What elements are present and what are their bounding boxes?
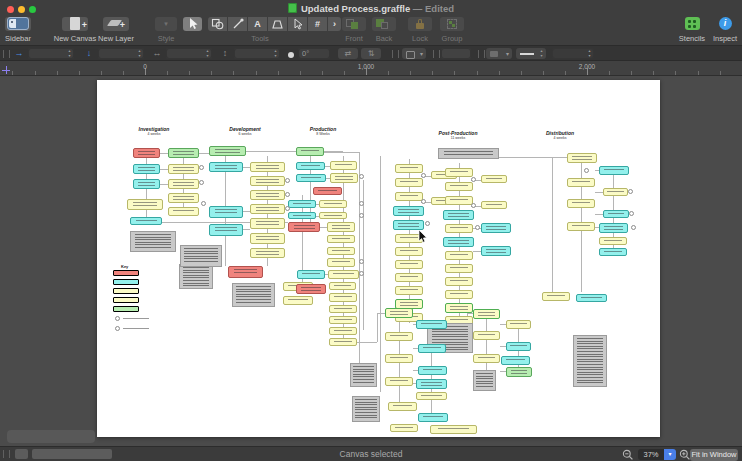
text-tool-button[interactable]: A	[248, 17, 267, 31]
diagram-node[interactable]	[296, 162, 325, 170]
diagram-node[interactable]	[443, 210, 474, 220]
diagram-node[interactable]	[168, 148, 199, 158]
shape-tool-button[interactable]	[208, 17, 227, 31]
diagram-node[interactable]	[473, 309, 500, 319]
diagram-node[interactable]	[250, 190, 285, 200]
diagram-node[interactable]	[395, 192, 423, 201]
diagram-node[interactable]	[329, 327, 357, 335]
zoom-level-field[interactable]: 37%	[638, 449, 664, 460]
diagram-node[interactable]	[443, 237, 474, 247]
format-bar-grip-4[interactable]	[478, 50, 485, 58]
line-tool-button[interactable]	[228, 17, 247, 31]
stencils-button[interactable]	[678, 17, 706, 31]
diagram-node[interactable]	[416, 379, 447, 389]
page[interactable]: Investigation4 weeksDevelopment6 weeksPr…	[97, 80, 660, 437]
bring-to-front-button[interactable]	[342, 17, 366, 31]
group-button[interactable]	[440, 17, 464, 31]
diagram-node[interactable]	[395, 247, 423, 256]
y-position-field[interactable]: ▴▾	[98, 48, 144, 59]
sidebar-toggle-button[interactable]	[5, 17, 31, 31]
diagram-node[interactable]	[133, 164, 160, 174]
diagram-node[interactable]	[445, 264, 473, 273]
diagram-node[interactable]	[418, 344, 446, 353]
diagram-node[interactable]	[329, 282, 356, 290]
note-box[interactable]	[573, 335, 607, 387]
diagram-node[interactable]	[313, 187, 342, 195]
note-box[interactable]	[180, 245, 222, 267]
format-bar-grip-2[interactable]	[392, 50, 399, 58]
diagram-node[interactable]	[506, 342, 531, 351]
diagram-node[interactable]	[445, 290, 473, 299]
note-box[interactable]	[232, 283, 275, 307]
diagram-node[interactable]	[395, 260, 423, 269]
diagram-node[interactable]	[395, 286, 423, 295]
diagram-node[interactable]	[130, 217, 162, 225]
x-position-field[interactable]: ▴▾	[28, 48, 74, 59]
shape-style-dropdown[interactable]: ▾	[402, 48, 426, 59]
diagram-node[interactable]	[385, 354, 413, 363]
send-to-back-button[interactable]	[372, 17, 396, 31]
diagram-node[interactable]	[599, 237, 627, 245]
zoom-dropdown-button[interactable]: ▾	[664, 449, 676, 460]
format-bar-grip-3[interactable]	[433, 50, 440, 58]
diagram-node[interactable]	[329, 316, 357, 324]
diagram-node[interactable]	[168, 179, 199, 189]
fill-color-dropdown[interactable]: ▾	[486, 48, 512, 59]
selection-tool-button[interactable]	[183, 17, 202, 31]
note-box[interactable]	[350, 363, 377, 387]
diagram-node[interactable]	[481, 246, 511, 256]
diagram-node[interactable]	[390, 424, 418, 432]
new-canvas-button[interactable]: +	[62, 17, 88, 31]
diagram-node[interactable]	[327, 247, 355, 255]
horizontal-scrollbar-thumb[interactable]	[7, 430, 95, 443]
diagram-node[interactable]	[542, 292, 570, 301]
height-field[interactable]: ▴▾	[234, 48, 280, 59]
diagram-node[interactable]	[567, 178, 595, 187]
diagram-node[interactable]	[385, 377, 413, 386]
diagram-node[interactable]	[445, 196, 473, 205]
note-box[interactable]	[438, 148, 499, 159]
flip-vertical-button[interactable]: ⇅	[361, 48, 381, 59]
diagram-node[interactable]	[168, 193, 199, 203]
diagram-node[interactable]	[599, 223, 628, 233]
flip-horizontal-button[interactable]: ⇄	[338, 48, 358, 59]
diagram-node[interactable]	[395, 178, 423, 187]
diagram-node[interactable]	[481, 201, 507, 209]
diagram-node[interactable]	[250, 248, 285, 258]
diagram-node[interactable]	[388, 402, 417, 411]
diagram-node[interactable]	[209, 206, 243, 218]
diagram-node[interactable]	[329, 338, 357, 346]
artboard-tool-button[interactable]	[268, 17, 287, 31]
diagram-node[interactable]	[393, 220, 424, 230]
diagram-node[interactable]	[330, 161, 357, 170]
diagram-node[interactable]	[385, 332, 413, 341]
diagram-node[interactable]	[168, 207, 199, 216]
diagram-node[interactable]	[283, 296, 313, 305]
diagram-node[interactable]	[473, 331, 500, 340]
diagram-node[interactable]	[395, 273, 423, 282]
diagram-node[interactable]	[481, 175, 507, 183]
point-editor-tool-button[interactable]	[288, 17, 307, 31]
diagram-node[interactable]	[133, 148, 160, 158]
diagram-node[interactable]	[385, 308, 413, 318]
diagram-node[interactable]	[327, 258, 355, 267]
diagram-node[interactable]	[250, 233, 285, 244]
inspect-button[interactable]: i	[712, 17, 738, 31]
diagram-node[interactable]	[445, 303, 473, 313]
diagram-node[interactable]	[296, 174, 326, 182]
style-dropdown[interactable]: ▾	[155, 17, 177, 31]
diagram-node[interactable]	[445, 224, 473, 233]
diagram-node[interactable]	[209, 224, 243, 236]
diagram-node[interactable]	[481, 223, 511, 233]
lock-button[interactable]	[408, 17, 432, 31]
diagram-node[interactable]	[327, 235, 355, 243]
new-layer-button[interactable]: +	[103, 17, 129, 31]
rotation-dial[interactable]	[288, 52, 294, 58]
rotation-field[interactable]: 0°	[298, 48, 330, 59]
stroke-style-dropdown[interactable]: ▴▾	[516, 48, 546, 59]
diagram-node[interactable]	[418, 413, 448, 422]
diagram-node[interactable]	[567, 153, 597, 163]
diagram-node[interactable]	[567, 199, 595, 208]
diagram-node[interactable]	[296, 284, 326, 294]
more-tools-button[interactable]: ›	[328, 17, 341, 31]
